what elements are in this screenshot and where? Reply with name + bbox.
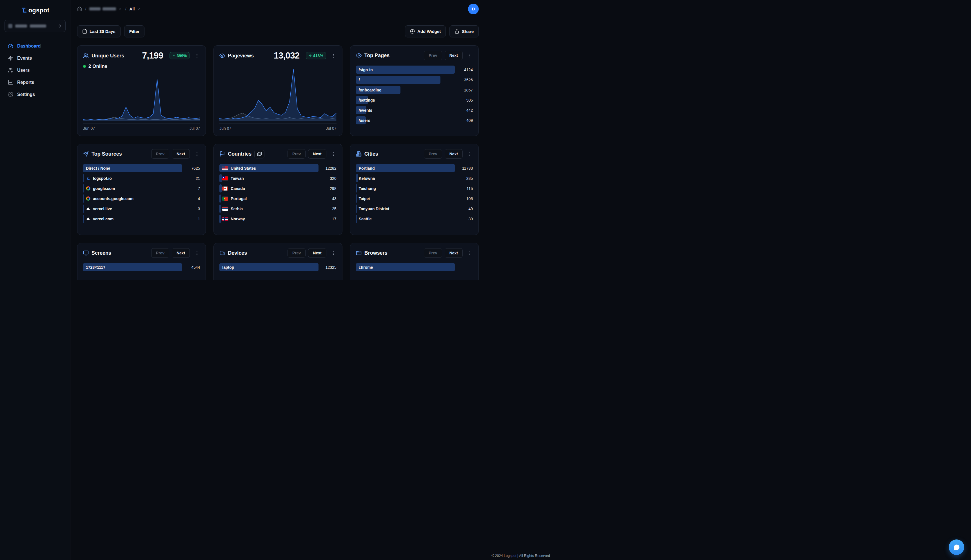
prev-button[interactable]: Prev — [424, 51, 442, 60]
page-value: 1857 — [458, 88, 473, 92]
prev-button[interactable]: Prev — [151, 248, 169, 258]
next-button[interactable]: Next — [445, 149, 463, 159]
eye-icon — [219, 53, 225, 58]
devices-list: laptop 12325 — [219, 263, 336, 271]
table-row: laptop 12325 — [219, 263, 336, 271]
sidebar-item-settings[interactable]: Settings — [0, 88, 70, 100]
users-icon — [83, 53, 89, 58]
home-icon[interactable] — [77, 7, 82, 11]
sidebar-item-reports[interactable]: Reports — [0, 76, 70, 88]
city-value: 115 — [458, 186, 473, 191]
row-bar — [356, 184, 357, 192]
card-title: Devices — [228, 250, 247, 256]
add-widget-button[interactable]: Add Widget — [405, 25, 446, 37]
countries-card: Countries Prev Next United States 12282 — [214, 144, 342, 235]
city-value: 11733 — [458, 166, 473, 170]
table-row: Direct / None 7625 — [83, 164, 200, 172]
cities-card: Cities Prev Next Portland 11733 Kelowna … — [350, 144, 479, 235]
vercel-favicon — [86, 207, 90, 211]
taiwan-flag-icon — [222, 177, 228, 180]
table-row: Portugal 43 — [219, 195, 336, 203]
pageviews-card: Pageviews 13,032 418% Jun 07 Jul 07 — [214, 45, 342, 136]
country-label: Serbia — [231, 207, 243, 211]
source-label: accounts.google.com — [93, 197, 134, 201]
kebab-icon — [331, 152, 336, 157]
share-icon — [455, 29, 459, 34]
next-button[interactable]: Next — [172, 149, 190, 159]
row-bar — [219, 205, 221, 213]
row-bar — [83, 205, 84, 213]
logspot-favicon — [86, 176, 90, 181]
sidebar-item-label: Users — [17, 68, 30, 73]
table-row: Kelowna 285 — [356, 174, 473, 182]
change-badge: 399% — [170, 52, 190, 59]
kebab-icon — [195, 152, 199, 157]
card-menu-button[interactable] — [331, 150, 336, 158]
chevrons-up-down-icon — [58, 24, 62, 28]
date-range-button[interactable]: Last 30 Days — [77, 25, 120, 37]
next-button[interactable]: Next — [172, 248, 190, 258]
project-selector[interactable] — [5, 20, 65, 32]
next-button[interactable]: Next — [445, 248, 463, 258]
unique-users-card: Unique Users 7,199 399% 2 Online Jun 07 … — [77, 45, 206, 136]
browser-window-icon — [356, 250, 362, 256]
prev-button[interactable]: Prev — [424, 248, 442, 258]
table-row: accounts.google.com 4 — [83, 195, 200, 203]
breadcrumb-scope-label: All — [129, 7, 135, 11]
table-row: /events 442 — [356, 106, 473, 114]
breadcrumb-scope-dropdown[interactable]: All — [129, 7, 140, 11]
widgets-grid: Unique Users 7,199 399% 2 Online Jun 07 … — [70, 37, 486, 280]
sidebar-item-events[interactable]: Events — [0, 52, 70, 64]
next-button[interactable]: Next — [308, 248, 326, 258]
next-button[interactable]: Next — [308, 149, 326, 159]
share-button[interactable]: Share — [450, 25, 479, 37]
row-bar — [356, 195, 357, 203]
city-value: 39 — [458, 217, 473, 221]
card-menu-button[interactable] — [467, 150, 473, 158]
card-menu-button[interactable] — [194, 250, 200, 257]
project-name-redacted — [30, 25, 46, 28]
card-menu-button[interactable] — [194, 150, 200, 158]
browsers-card: Browsers Prev Next chrome — [350, 243, 479, 280]
prev-button[interactable]: Prev — [287, 248, 306, 258]
prev-button[interactable]: Prev — [424, 149, 442, 159]
monitor-icon — [83, 250, 89, 256]
card-menu-button[interactable] — [467, 250, 473, 257]
sidebar-item-users[interactable]: Users — [0, 64, 70, 76]
chart-x-axis: Jun 07 Jul 07 — [83, 123, 200, 130]
filter-button[interactable]: Filter — [124, 25, 145, 37]
country-value: 12282 — [322, 166, 336, 170]
kebab-icon — [195, 251, 199, 255]
source-value: 7625 — [185, 166, 200, 170]
send-icon — [83, 151, 89, 157]
map-view-button[interactable] — [254, 150, 264, 158]
source-value: 1 — [185, 217, 200, 221]
source-value: 3 — [185, 207, 200, 211]
table-row: Taichung 115 — [356, 184, 473, 192]
card-menu-button[interactable] — [194, 52, 200, 59]
next-button[interactable]: Next — [445, 51, 463, 60]
row-bar — [356, 215, 357, 223]
breadcrumb-project-dropdown[interactable] — [89, 7, 122, 11]
toolbar-right: Add Widget Share — [405, 25, 479, 37]
card-menu-button[interactable] — [331, 52, 336, 59]
prev-button[interactable]: Prev — [151, 149, 169, 159]
project-name-redacted — [89, 7, 100, 10]
buildings-icon — [356, 151, 362, 157]
source-label: vercel.live — [93, 207, 112, 211]
city-label: Taoyuan District — [359, 207, 389, 211]
sidebar-item-dashboard[interactable]: Dashboard — [0, 40, 70, 52]
online-indicator: 2 Online — [83, 63, 200, 69]
device-label: laptop — [222, 265, 234, 270]
axis-end: Jul 07 — [189, 126, 200, 130]
row-bar — [83, 195, 84, 203]
table-row: Taipei 105 — [356, 195, 473, 203]
prev-button[interactable]: Prev — [287, 149, 306, 159]
avatar[interactable]: D — [468, 4, 479, 14]
calendar-icon — [82, 29, 87, 34]
card-menu-button[interactable] — [331, 250, 336, 257]
dashboard-toolbar: Last 30 Days Filter Add Widget Share — [70, 18, 486, 37]
table-row: chrome — [356, 263, 473, 271]
breadcrumb: / / All — [77, 7, 141, 11]
card-menu-button[interactable] — [467, 52, 473, 59]
